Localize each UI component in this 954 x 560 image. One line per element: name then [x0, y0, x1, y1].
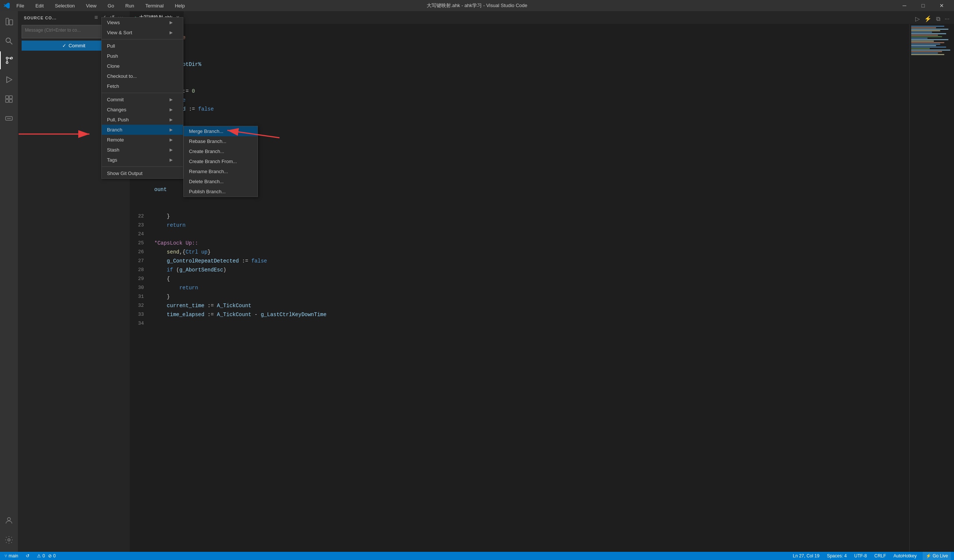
svg-point-6 — [6, 62, 8, 64]
submenu-item-publish-branch[interactable]: Publish Branch... — [184, 187, 257, 197]
menu-item-remote[interactable]: Remote ▶ — [102, 135, 183, 145]
code-line: { — [154, 274, 909, 283]
submenu-arrow-icon: ▶ — [170, 128, 173, 132]
menu-view[interactable]: View — [84, 2, 99, 9]
git-branch-label: main — [9, 553, 18, 558]
menu-item-tags[interactable]: Tags ▶ — [102, 155, 183, 165]
activity-icon-settings[interactable] — [0, 531, 18, 549]
submenu-arrow-icon: ▶ — [170, 157, 173, 162]
menu-item-label: Pull, Push — [107, 117, 129, 123]
status-bar-left: ⑂ main ↺ ⚠ 0 ⊘ 0 — [3, 552, 57, 560]
main-dropdown-menu: Views ▶ View & Sort ▶ Pull Push Clone Ch… — [101, 17, 183, 179]
code-line — [154, 123, 909, 131]
activity-icon-account[interactable] — [0, 512, 18, 529]
svg-rect-12 — [9, 100, 12, 103]
spaces-label: Spaces: 4 — [827, 553, 846, 558]
account-icon — [5, 516, 13, 525]
menu-item-label: Commit — [107, 97, 124, 103]
menu-item-label: Changes — [107, 107, 126, 112]
language-setting[interactable]: AutoHotkey — [892, 552, 918, 560]
submenu-item-rename-branch[interactable]: Rename Branch... — [184, 166, 257, 176]
menu-run[interactable]: Run — [123, 2, 136, 9]
menu-item-view-sort[interactable]: View & Sort ▶ — [102, 28, 183, 37]
sync-icon: ↺ — [26, 553, 30, 558]
code-line: send,{Ctrl up} — [154, 247, 909, 257]
menu-item-push[interactable]: Push — [102, 51, 183, 61]
menu-item-clone[interactable]: Clone — [102, 61, 183, 71]
menu-item-show-git-output[interactable]: Show Git Output — [102, 168, 183, 178]
menu-file[interactable]: File — [14, 2, 26, 9]
menu-item-label: Create Branch... — [189, 149, 224, 154]
sidebar-icon-menu[interactable]: ≡ — [94, 14, 98, 21]
window-controls: ─ □ ✕ — [896, 0, 950, 11]
menu-selection[interactable]: Selection — [53, 2, 77, 9]
errors-status[interactable]: ⚠ 0 ⊘ 0 — [36, 552, 57, 560]
encoding-setting[interactable]: UTF-8 — [853, 552, 868, 560]
activity-icon-run[interactable] — [0, 71, 18, 89]
tab-bar: ● 大写键映射.ahk ✕ ▷ ⚡ ⧉ ··· — [130, 11, 954, 24]
activity-icon-git[interactable] — [0, 51, 18, 69]
menu-item-branch[interactable]: Branch ▶ — [102, 125, 183, 135]
menu-item-changes[interactable]: Changes ▶ — [102, 105, 183, 115]
menu-item-pull-push[interactable]: Pull, Push ▶ — [102, 115, 183, 125]
run-file-icon[interactable]: ▷ — [914, 14, 921, 24]
menu-item-label: Pull — [107, 43, 115, 49]
error-count: 0 — [42, 553, 45, 558]
eol-setting[interactable]: CRLF — [873, 552, 887, 560]
extensions-activity-icon — [5, 95, 13, 104]
menu-item-stash[interactable]: Stash ▶ — [102, 145, 183, 155]
split-editor-icon[interactable]: ⧉ — [935, 14, 942, 24]
code-line: atDetected := false — [154, 105, 909, 114]
submenu-item-delete-branch[interactable]: Delete Branch... — [184, 176, 257, 187]
go-live-button[interactable]: ⚡ Go Live — [923, 552, 951, 560]
svg-rect-9 — [6, 96, 9, 99]
commit-button-label: Commit — [69, 43, 85, 48]
debug-file-icon[interactable]: ⚡ — [923, 14, 933, 24]
activity-icon-remote[interactable] — [0, 109, 18, 128]
code-line: return — [154, 221, 909, 230]
spaces-setting[interactable]: Spaces: 4 — [825, 552, 848, 560]
code-line — [154, 69, 909, 78]
code-line — [154, 230, 909, 239]
menu-item-views[interactable]: Views ▶ — [102, 17, 183, 28]
menu-edit[interactable]: Edit — [33, 2, 46, 9]
close-button[interactable]: ✕ — [933, 0, 950, 11]
menu-item-checkout[interactable]: Checkout to... — [102, 71, 183, 81]
menu-item-label: Views — [107, 20, 120, 25]
menu-item-pull[interactable]: Pull — [102, 41, 183, 51]
menu-item-label: Delete Branch... — [189, 179, 224, 184]
menu-help[interactable]: Help — [173, 2, 187, 9]
menu-item-fetch[interactable]: Fetch — [102, 81, 183, 91]
sync-status[interactable]: ↺ — [24, 552, 31, 560]
menu-item-label: View & Sort — [107, 30, 132, 35]
menu-item-label: Publish Branch... — [189, 189, 226, 194]
encoding-label: UTF-8 — [854, 553, 867, 558]
code-line — [154, 167, 909, 176]
svg-rect-11 — [6, 100, 9, 103]
submenu-item-create-branch-from[interactable]: Create Branch From... — [184, 156, 257, 166]
menu-item-commit[interactable]: Commit ▶ — [102, 95, 183, 105]
menu-terminal[interactable]: Terminal — [143, 2, 166, 9]
minimap-content — [910, 24, 954, 57]
cursor-position[interactable]: Ln 27, Col 19 — [791, 552, 821, 560]
activity-icon-search[interactable] — [0, 32, 18, 50]
code-area: 22 23 24 25 26 27 28 29 30 31 32 33 34 r… — [130, 24, 954, 552]
activity-bar-bottom — [0, 512, 18, 552]
menu-go[interactable]: Go — [106, 2, 116, 9]
activity-icon-extensions[interactable] — [0, 90, 18, 108]
submenu-item-create-branch[interactable]: Create Branch... — [184, 146, 257, 156]
svg-marker-7 — [7, 77, 12, 82]
error-icon: ⚠ — [37, 553, 41, 558]
git-branch-status[interactable]: ⑂ main — [3, 552, 20, 560]
activity-icon-explorer[interactable] — [0, 12, 18, 31]
code-line: current_time := A_TickCount — [154, 301, 909, 310]
submenu-item-merge-branch[interactable]: Merge Branch... — [184, 126, 257, 136]
minimize-button[interactable]: ─ — [896, 0, 913, 11]
code-line: c := false — [154, 96, 909, 105]
code-content[interactable]: rce, Force ut , -1 , %A_ScriptDir% DownT… — [148, 24, 909, 552]
maximize-button[interactable]: □ — [915, 0, 932, 11]
editor-more-icon[interactable]: ··· — [943, 14, 951, 24]
menu-item-label: Remote — [107, 137, 124, 143]
activity-bar — [0, 11, 18, 552]
submenu-item-rebase-branch[interactable]: Rebase Branch... — [184, 136, 257, 146]
